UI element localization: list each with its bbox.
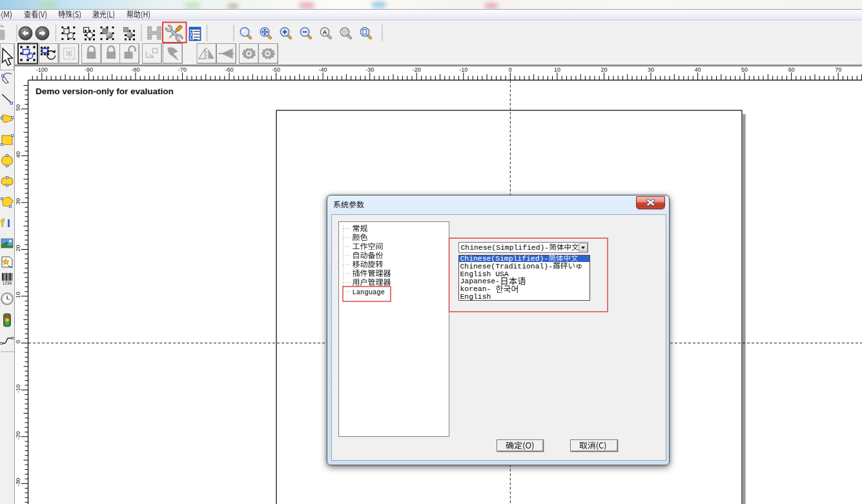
svg-text:-40: -40 bbox=[319, 66, 327, 73]
svg-text:-100: -100 bbox=[36, 66, 48, 73]
svg-text:-10: -10 bbox=[15, 385, 21, 393]
svg-text:30: 30 bbox=[15, 198, 21, 205]
svg-text:-20: -20 bbox=[15, 431, 21, 439]
svg-text:Demo version-only for evaluati: Demo version-only for evaluation bbox=[36, 86, 174, 96]
svg-text:I: I bbox=[7, 217, 10, 230]
svg-text:-50: -50 bbox=[272, 66, 280, 73]
svg-text:50: 50 bbox=[741, 66, 748, 73]
svg-text:10: 10 bbox=[15, 292, 21, 298]
svg-text:-70: -70 bbox=[178, 66, 187, 73]
svg-text:40: 40 bbox=[695, 66, 701, 73]
svg-text:-30: -30 bbox=[365, 66, 374, 73]
svg-text:50: 50 bbox=[15, 105, 21, 111]
svg-text:0: 0 bbox=[15, 340, 21, 343]
svg-text:-90: -90 bbox=[85, 66, 93, 73]
svg-text:A: A bbox=[323, 29, 327, 35]
svg-text:f: f bbox=[1, 217, 5, 229]
svg-text:40: 40 bbox=[15, 151, 21, 157]
svg-text:70: 70 bbox=[835, 66, 841, 73]
svg-text:60: 60 bbox=[788, 66, 795, 73]
svg-text:-60: -60 bbox=[225, 66, 233, 73]
svg-text:10: 10 bbox=[554, 66, 560, 73]
svg-text:0: 0 bbox=[509, 66, 512, 73]
svg-text:20: 20 bbox=[600, 66, 607, 73]
svg-text:-10: -10 bbox=[459, 66, 467, 73]
svg-text:20: 20 bbox=[15, 245, 21, 251]
svg-text:30: 30 bbox=[648, 66, 654, 73]
svg-text:-80: -80 bbox=[131, 66, 139, 73]
svg-text:-30: -30 bbox=[15, 478, 21, 487]
svg-text:1234: 1234 bbox=[3, 281, 12, 285]
svg-text:-20: -20 bbox=[413, 66, 421, 73]
